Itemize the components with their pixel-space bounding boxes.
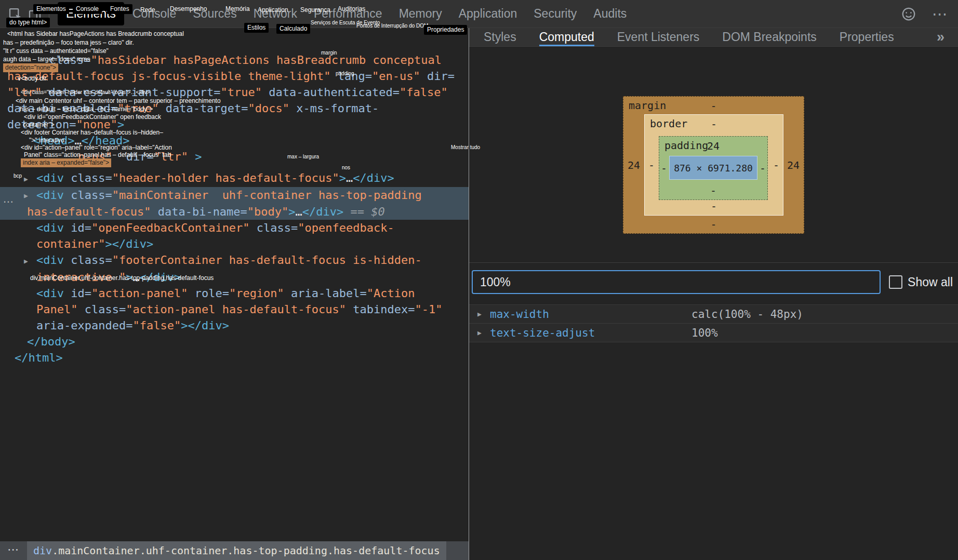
dom-tree-line[interactable]: has-default-focus js-focus-visible theme… [0, 68, 469, 84]
computed-property-row[interactable]: ▶max-widthcalc(100% - 48px) [469, 305, 958, 324]
code-token: "action-panel has-default-focus" [126, 303, 346, 316]
breadcrumb-item[interactable]: div.mainContainer.uhf-container.has-top-… [27, 541, 446, 560]
box-model-content[interactable]: 876 × 6971.280 [669, 156, 757, 180]
code-token: "region" [229, 287, 284, 300]
devtools-window: ElementsConsoleSourcesNetworkPerformance… [0, 0, 958, 560]
border-top-value: - [645, 118, 783, 130]
disclosure-arrow-icon[interactable]: ▶ [477, 310, 490, 318]
code-token: role= [188, 287, 229, 300]
code-token: class= [64, 254, 112, 266]
box-model-border[interactable]: border - - - - padding 24 - - - 876 × 69… [644, 114, 783, 216]
dom-tree-line[interactable]: aria-expanded="false"></div> [0, 317, 469, 334]
code-token: <div [36, 254, 64, 266]
code-token: has-default-focus" [27, 205, 151, 218]
code-token: aria-expanded= [36, 319, 132, 332]
dom-tree-line[interactable]: </html> [0, 350, 469, 366]
sidebar-tab-dom-breakpoints[interactable]: DOM Breakpoints [722, 28, 817, 46]
code-token: "false" [400, 86, 448, 99]
disclosure-arrow-icon[interactable]: ▶ [24, 171, 36, 187]
overflow-tabs-icon[interactable]: » [937, 29, 944, 45]
dom-tree-line[interactable]: <head>…</head> [0, 132, 469, 149]
main-tabs: ElementsConsoleSourcesNetworkPerformance… [58, 2, 635, 25]
tab-elements[interactable]: Elements [58, 2, 124, 25]
code-token: id= [64, 287, 91, 300]
dom-tree-line[interactable]: "ltr" data-css-variant-support="true" da… [0, 84, 469, 100]
tab-network[interactable]: Network [245, 2, 305, 25]
code-token: <div [36, 189, 64, 202]
box-model-padding[interactable]: padding 24 - - - 876 × 6971.280 [659, 136, 768, 200]
tab-performance[interactable]: Performance [305, 2, 391, 25]
code-token: </head> [82, 134, 130, 147]
dom-tree-line[interactable]: detection="none"> [0, 116, 469, 132]
tab-security[interactable]: Security [525, 2, 585, 25]
dom-tree-line[interactable]: class="hasSidebar hasPageActions hasBrea… [0, 52, 469, 68]
code-token: n-us" [78, 150, 112, 163]
dom-tree-line[interactable]: ▶<div class="footerContainer has-default… [0, 252, 469, 269]
code-token: > [288, 205, 295, 218]
computed-property-row[interactable]: ▶text-size-adjust100% [469, 324, 958, 342]
tab-application[interactable]: Application [450, 2, 526, 25]
node-menu-dots-icon[interactable]: ⋯ [3, 195, 14, 208]
dom-tree-line[interactable]: n-us" dir="ltr" > [0, 149, 469, 165]
property-name: text-size-adjust [490, 327, 691, 339]
code-token: <head> [33, 134, 74, 147]
code-token: id= [64, 221, 91, 234]
code-token: "action-panel" [91, 287, 188, 300]
border-bottom-value: - [645, 200, 783, 212]
sidebar-tab-properties[interactable]: Properties [840, 28, 894, 46]
dom-tree-line[interactable]: <div id="action-panel" role="region" ari… [0, 285, 469, 301]
padding-bottom-value: - [659, 184, 767, 197]
tab-audits[interactable]: Audits [585, 2, 635, 25]
code-token: has-default-focus js-focus-visible theme… [7, 70, 331, 83]
box-model-margin[interactable]: margin - 24 24 - border - - - - padding … [623, 96, 804, 234]
code-token: interactive " [36, 271, 126, 284]
code-token: "true" [221, 86, 262, 99]
disclosure-arrow-icon[interactable]: ▶ [24, 253, 36, 269]
breadcrumb-overflow-icon[interactable]: ⋯ [7, 543, 19, 556]
tab-sources[interactable]: Sources [184, 2, 245, 25]
tab-memory[interactable]: Memory [391, 2, 450, 25]
dom-tree-line[interactable]: data-bi-enabled="true" data-target="docs… [0, 100, 469, 116]
code-token: detection= [7, 118, 76, 131]
dom-tree-line[interactable]: Panel" class="action-panel has-default-f… [0, 301, 469, 317]
code-token: "-1" [415, 303, 443, 316]
dom-tree-line[interactable]: ▶<div class="mainContainer uhf-container… [0, 187, 469, 204]
device-toolbar-icon[interactable] [25, 4, 45, 24]
tab-console[interactable]: Console [124, 2, 184, 25]
code-token: "en-us" [372, 70, 420, 83]
dom-tree-line[interactable]: interactive ">…</div> [0, 269, 469, 285]
dom-tree-line[interactable]: <div id="openFeedbackContainer" class="o… [0, 220, 469, 236]
dom-tree-line[interactable]: has-default-focus" data-bi-name="body">…… [0, 204, 469, 220]
sidebar-tab-computed[interactable]: Computed [539, 28, 594, 46]
breadcrumb-bar: ⋯ div.mainContainer.uhf-container.has-to… [0, 541, 469, 560]
computed-pane: margin - 24 24 - border - - - - padding … [469, 47, 958, 560]
feedback-smiley-icon[interactable] [899, 4, 919, 24]
show-all-checkbox[interactable] [889, 275, 902, 289]
sidebar-tab-styles[interactable]: Styles [484, 28, 516, 46]
code-token: data-css-variant-support= [42, 86, 220, 99]
code-token: … [296, 205, 302, 218]
code-token: <div [36, 171, 64, 184]
styles-sidebar: StylesComputedEvent ListenersDOM Breakpo… [469, 28, 958, 560]
code-token: data-bi-enabled= [7, 102, 117, 115]
disclosure-arrow-icon[interactable]: ▶ [24, 188, 36, 204]
code-token: > [188, 150, 202, 163]
code-token: lang= [331, 70, 372, 83]
code-token: == $0 [343, 205, 384, 218]
code-token: "hasSidebar hasPageActions hasBreadcrumb… [90, 54, 442, 66]
dom-tree-line[interactable]: container"></div> [0, 236, 469, 252]
sidebar-tab-event-listeners[interactable]: Event Listeners [617, 28, 700, 46]
computed-filter-row: Show all [472, 270, 953, 294]
code-token: container" [36, 237, 105, 250]
code-token: <div [36, 287, 64, 300]
filter-input[interactable] [472, 270, 881, 294]
code-token: "ltr" [154, 150, 188, 163]
disclosure-arrow-icon[interactable]: ▶ [477, 329, 490, 337]
more-menu-icon[interactable]: ⋯ [932, 9, 948, 19]
inspect-element-icon[interactable] [5, 4, 25, 24]
code-token: > [339, 171, 346, 184]
dom-tree-line[interactable]: ▶<div class="header-holder has-default-f… [0, 170, 469, 187]
show-all-control: Show all [889, 275, 953, 289]
dom-tree-line[interactable]: </body> [0, 334, 469, 350]
code-token: "openFeedbackContainer" [91, 221, 250, 234]
